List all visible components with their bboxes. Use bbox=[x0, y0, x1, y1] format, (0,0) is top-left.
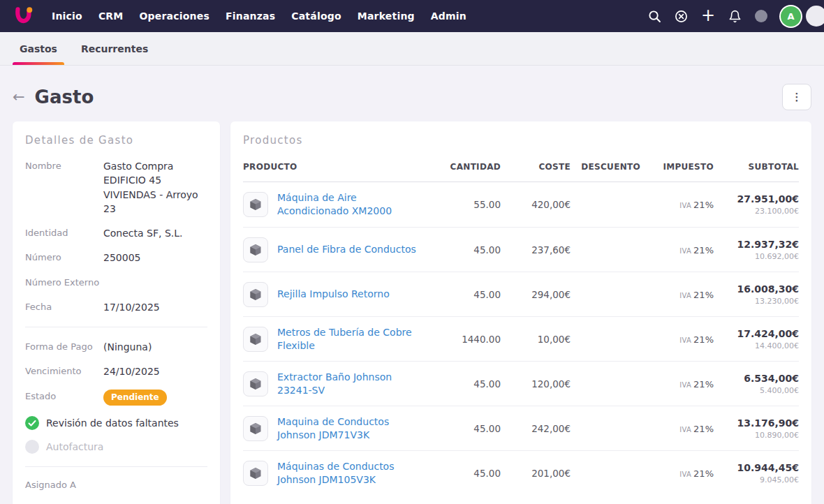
nav-item-catalogo[interactable]: Catálogo bbox=[291, 10, 341, 22]
coste-cell: 294,00€ bbox=[501, 289, 571, 300]
cantidad-cell: 45.00 bbox=[434, 468, 501, 479]
subtotal-cell: 17.424,00€14.400,00€ bbox=[714, 328, 799, 350]
product-box-icon bbox=[243, 327, 268, 352]
coste-cell: 420,00€ bbox=[501, 199, 571, 210]
field-value bbox=[103, 276, 207, 290]
coste-cell: 201,00€ bbox=[501, 468, 571, 479]
back-arrow-icon[interactable]: ← bbox=[13, 90, 25, 105]
subtotal-cell: 6.534,00€5.400,00€ bbox=[714, 373, 799, 395]
assigned-label: Asignado A bbox=[25, 480, 207, 490]
tab-gastos[interactable]: Gastos bbox=[13, 32, 64, 65]
empty-circle-icon bbox=[25, 440, 39, 454]
app-logo[interactable] bbox=[13, 6, 34, 27]
check-autofactura[interactable]: Autofactura bbox=[25, 440, 207, 454]
nav-item-finanzas[interactable]: Finanzas bbox=[226, 10, 275, 22]
field-forma-pago: Forma de Pago (Ninguna) bbox=[25, 340, 207, 354]
table-row: Máquina de Aire Acondicionado XM2000 55.… bbox=[243, 182, 799, 227]
product-box-icon bbox=[243, 461, 268, 486]
col-coste: COSTE bbox=[501, 162, 571, 172]
main-nav: Inicio CRM Operaciones Finanzas Catálogo… bbox=[52, 10, 466, 22]
status-badge: Pendiente bbox=[103, 390, 167, 406]
impuesto-cell: IVA21% bbox=[640, 378, 714, 390]
cantidad-cell: 45.00 bbox=[434, 423, 501, 434]
product-link[interactable]: Máquina de Aire Acondicionado XM2000 bbox=[277, 191, 425, 218]
details-title: Detalles de Gasto bbox=[25, 134, 207, 147]
page-header: ← Gasto ⋮ bbox=[13, 82, 811, 112]
impuesto-cell: IVA21% bbox=[640, 468, 714, 479]
details-card: Detalles de Gasto Nombre Gasto Compra ED… bbox=[13, 121, 220, 504]
table-row: Rejilla Impulso Retorno 45.00 294,00€ IV… bbox=[243, 272, 799, 316]
impuesto-cell: IVA21% bbox=[640, 199, 714, 210]
top-navbar: Inicio CRM Operaciones Finanzas Catálogo… bbox=[0, 0, 824, 32]
product-box-icon bbox=[243, 237, 268, 262]
field-label: Forma de Pago bbox=[25, 340, 103, 354]
tabs-bar: Gastos Recurrentes bbox=[0, 32, 824, 66]
col-subtotal: SUBTOTAL bbox=[714, 162, 799, 172]
field-fecha: Fecha 17/10/2025 bbox=[25, 300, 207, 314]
cantidad-cell: 1440.00 bbox=[434, 334, 501, 345]
nav-item-inicio[interactable]: Inicio bbox=[52, 10, 82, 22]
field-value: 250005 bbox=[103, 251, 207, 265]
impuesto-cell: IVA21% bbox=[640, 423, 714, 434]
col-cantidad: CANTIDAD bbox=[434, 162, 501, 172]
secondary-avatar[interactable] bbox=[806, 6, 824, 27]
product-link[interactable]: Panel de Fibra de Conductos bbox=[277, 243, 416, 256]
impuesto-cell: IVA21% bbox=[640, 244, 714, 255]
table-row: Metros de Tubería de Cobre Flexible 1440… bbox=[243, 316, 799, 361]
circle-x-icon[interactable] bbox=[675, 10, 688, 23]
check-revision[interactable]: Revisión de datos faltantes bbox=[25, 416, 207, 430]
product-link[interactable]: Maquina de Conductos Johnson JDM71V3K bbox=[277, 415, 425, 442]
field-value: 24/10/2025 bbox=[103, 364, 207, 378]
profile-placeholder-icon[interactable] bbox=[755, 10, 767, 22]
product-box-icon bbox=[243, 282, 268, 307]
col-descuento: DESCUENTO bbox=[571, 162, 640, 172]
field-numero-externo: Número Externo bbox=[25, 276, 207, 290]
products-title: Productos bbox=[243, 121, 799, 147]
field-label: Número Externo bbox=[25, 276, 103, 290]
coste-cell: 10,00€ bbox=[501, 334, 571, 345]
nav-item-crm[interactable]: CRM bbox=[98, 10, 124, 22]
coste-cell: 120,00€ bbox=[501, 378, 571, 390]
user-avatar[interactable]: A bbox=[781, 6, 801, 27]
field-vencimiento: Vencimiento 24/10/2025 bbox=[25, 364, 207, 378]
field-label: Nombre bbox=[25, 159, 103, 216]
page-content: Detalles de Gasto Nombre Gasto Compra ED… bbox=[13, 121, 811, 504]
tab-gastos-label: Gastos bbox=[20, 43, 57, 54]
table-row: Máquinas de Conductos Johnson JDM105V3K … bbox=[243, 450, 799, 495]
more-actions-button[interactable]: ⋮ bbox=[782, 84, 811, 110]
cantidad-cell: 45.00 bbox=[434, 244, 501, 255]
field-label: Vencimiento bbox=[25, 364, 103, 378]
app-window: Inicio CRM Operaciones Finanzas Catálogo… bbox=[0, 0, 824, 504]
product-link[interactable]: Máquinas de Conductos Johnson JDM105V3K bbox=[277, 460, 425, 487]
check-label: Autofactura bbox=[46, 441, 103, 452]
subtotal-cell: 16.008,30€13.230,00€ bbox=[714, 283, 799, 306]
subtotal-cell: 27.951,00€23.100,00€ bbox=[714, 193, 799, 216]
cantidad-cell: 55.00 bbox=[434, 199, 501, 210]
tab-recurrentes[interactable]: Recurrentes bbox=[74, 32, 155, 65]
page-title: Gasto bbox=[35, 87, 94, 108]
nav-item-operaciones[interactable]: Operaciones bbox=[139, 10, 209, 22]
table-row: Panel de Fibra de Conductos 45.00 237,60… bbox=[243, 227, 799, 272]
field-identidad: Identidad Conecta SF, S.L. bbox=[25, 226, 207, 240]
logo-icon bbox=[13, 6, 34, 27]
product-link[interactable]: Rejilla Impulso Retorno bbox=[277, 288, 390, 301]
field-numero: Número 250005 bbox=[25, 251, 207, 265]
navbar-actions: + A bbox=[648, 6, 811, 27]
bell-icon[interactable] bbox=[728, 10, 742, 23]
field-value: 17/10/2025 bbox=[103, 300, 207, 314]
search-icon[interactable] bbox=[648, 10, 661, 23]
nav-item-admin[interactable]: Admin bbox=[431, 10, 466, 22]
field-value: Pendiente bbox=[103, 390, 207, 406]
nav-item-marketing[interactable]: Marketing bbox=[358, 10, 415, 22]
col-impuesto: IMPUESTO bbox=[640, 162, 714, 172]
product-link[interactable]: Metros de Tubería de Cobre Flexible bbox=[277, 326, 425, 353]
products-table-header: PRODUCTO CANTIDAD COSTE DESCUENTO IMPUES… bbox=[243, 154, 799, 182]
field-label: Identidad bbox=[25, 226, 103, 240]
subtotal-cell: 10.944,45€9.045,00€ bbox=[714, 462, 799, 484]
product-link[interactable]: Extractor Baño Johnson 23241-SV bbox=[277, 371, 425, 397]
page-body: ← Gasto ⋮ Detalles de Gasto Nombre Gasto… bbox=[0, 82, 824, 504]
tab-recurrentes-label: Recurrentes bbox=[81, 43, 148, 54]
plus-icon[interactable]: + bbox=[701, 7, 715, 24]
table-row: Maquina de Conductos Johnson JDM71V3K 45… bbox=[243, 406, 799, 450]
cantidad-cell: 45.00 bbox=[434, 289, 501, 300]
